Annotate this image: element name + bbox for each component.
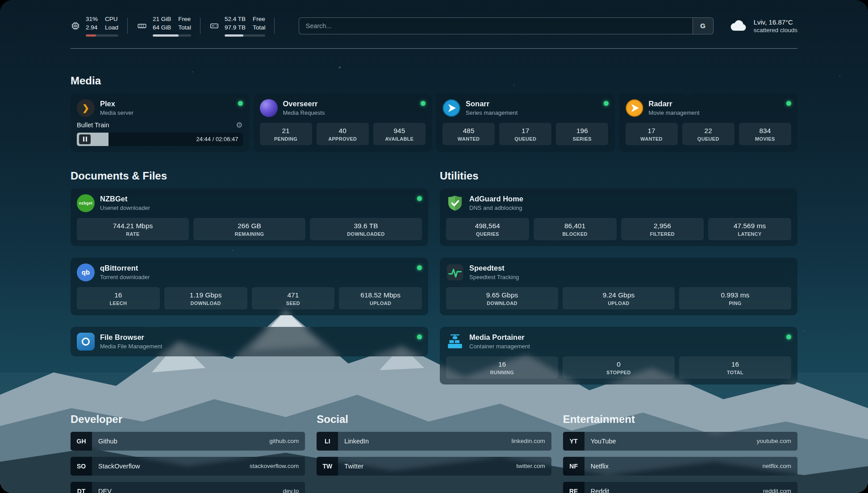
bookmark-url: dev.to — [283, 488, 299, 493]
nzbget-card[interactable]: nzbget NZBGet Usenet downloader 744.21 M… — [71, 188, 428, 246]
app-name: Media Portainer — [469, 333, 781, 342]
section-title-documents: Documents & Files — [71, 170, 428, 182]
bookmark-url: twitter.com — [516, 463, 545, 469]
disk-label-1: Free — [253, 15, 266, 24]
cpu-icon — [71, 21, 80, 31]
filebrowser-status-dot — [417, 334, 422, 339]
portainer-card[interactable]: Media Portainer Container management 16R… — [440, 327, 797, 384]
portainer-status-dot — [786, 334, 791, 339]
stat-box: 498,564QUERIES — [446, 218, 529, 240]
filebrowser-card[interactable]: File Browser Media File Management — [71, 327, 428, 356]
app-subtitle: Container management — [469, 343, 781, 350]
disk-usage-bar — [225, 34, 266, 37]
app-name: AdGuard Home — [469, 195, 791, 203]
overseerr-card[interactable]: Overseerr Media Requests 21PENDING 40APP… — [254, 93, 432, 152]
plex-card[interactable]: ❯ Plex Media server Bullet Train ⚙ 24:44… — [71, 93, 249, 152]
qbittorrent-icon-text: qb — [82, 268, 90, 276]
app-name: NZBGet — [100, 195, 412, 203]
ram-metric: 21 GiB 64 GiB Free Total — [137, 15, 191, 37]
nzbget-icon-text: nzbget — [79, 201, 92, 205]
stat-box: 471SEED — [252, 287, 335, 309]
stat-box: 266 GBREMAINING — [193, 218, 305, 240]
bookmark-name: Github — [98, 438, 117, 445]
bookmark-abbr: RE — [563, 482, 584, 493]
bookmark-twitter[interactable]: TW Twitter twitter.com — [317, 457, 551, 476]
portainer-icon — [446, 333, 464, 351]
bookmark-youtube[interactable]: YT YouTube youtube.com — [563, 432, 797, 451]
app-subtitle: DNS and adblocking — [469, 205, 791, 211]
bookmark-abbr: DT — [71, 482, 92, 493]
cpu-load-avg: 2.94 — [86, 24, 98, 32]
gear-icon[interactable]: ⚙ — [236, 121, 242, 129]
cpu-label-1: CPU — [105, 15, 118, 24]
app-subtitle: Series management — [466, 109, 598, 116]
weather-widget[interactable]: Lviv, 16.87°C scattered clouds — [729, 17, 797, 34]
radarr-card[interactable]: Radarr Movie management 17WANTED 22QUEUE… — [619, 93, 798, 152]
stat-box: 47.569 msLATENCY — [708, 218, 791, 240]
bookmark-url: linkedin.com — [512, 438, 545, 444]
bookmark-name: StackOverflow — [98, 463, 140, 470]
cpu-percent: 31% — [86, 15, 98, 24]
bookmark-name: Netflix — [591, 463, 609, 470]
search-engine-button[interactable]: G — [693, 18, 713, 34]
speedtest-card[interactable]: Speedtest Speedtest Tracking 9.65 GbpsDO… — [440, 258, 797, 315]
speedtest-icon — [446, 263, 464, 281]
bookmark-netflix[interactable]: NF Netflix netflix.com — [563, 457, 797, 476]
bookmark-name: DEV — [98, 488, 112, 493]
qbittorrent-card[interactable]: qb qBittorrent Torrent downloader 16LEEC… — [71, 258, 428, 315]
app-name: qBittorrent — [100, 264, 412, 272]
topbar: 31% 2.94 CPU Load — [71, 15, 797, 37]
bookmark-name: YouTube — [591, 438, 616, 445]
app-name: Overseerr — [283, 100, 416, 108]
topbar-separator — [274, 18, 275, 34]
topbar-separator — [200, 18, 200, 34]
app-subtitle: Speedtest Tracking — [469, 274, 791, 280]
nzbget-status-dot — [417, 196, 422, 201]
plex-status-dot — [238, 101, 243, 106]
bookmark-stackoverflow[interactable]: SO StackOverflow stackoverflow.com — [71, 457, 305, 476]
bookmark-abbr: TW — [317, 457, 338, 476]
sonarr-card[interactable]: Sonarr Series management 485WANTED 17QUE… — [436, 93, 615, 152]
app-subtitle: Torrent downloader — [100, 274, 412, 280]
weather-condition: scattered clouds — [754, 27, 797, 33]
app-name: Speedtest — [469, 264, 791, 272]
search-input[interactable] — [299, 18, 692, 34]
app-subtitle: Media server — [100, 109, 233, 116]
plex-icon: ❯ — [77, 99, 95, 117]
bookmark-reddit[interactable]: RE Reddit reddit.com — [563, 482, 797, 493]
disk-icon — [209, 21, 219, 31]
playback-progress[interactable]: 24:44 / 02:06:47 — [77, 133, 243, 146]
app-subtitle: Movie management — [649, 109, 781, 116]
stat-box: 196SERIES — [556, 123, 608, 145]
stat-box: 485WANTED — [442, 123, 495, 145]
adguard-card[interactable]: AdGuard Home DNS and adblocking 498,564Q… — [440, 188, 797, 246]
sonarr-icon — [442, 99, 460, 117]
stat-box: 21PENDING — [260, 123, 312, 145]
dashboard-screen: 31% 2.94 CPU Load — [0, 0, 868, 493]
bookmark-group-entertainment: Entertainment YT YouTube youtube.com NF … — [563, 413, 797, 493]
bookmark-github[interactable]: GH Github github.com — [71, 432, 305, 451]
sonarr-status-dot — [604, 101, 609, 106]
bookmark-linkedin[interactable]: LI LinkedIn linkedin.com — [317, 432, 551, 451]
section-title-entertainment: Entertainment — [563, 413, 797, 426]
ram-icon — [137, 21, 147, 31]
bookmark-group-developer: Developer GH Github github.com SO StackO… — [71, 413, 305, 493]
search-bar: G — [299, 17, 713, 34]
stat-box: 40APPROVED — [317, 123, 369, 145]
stat-box: 39.6 TBDOWNLOADED — [310, 218, 422, 240]
stat-box: 16RUNNING — [446, 356, 558, 379]
overseerr-status-dot — [421, 101, 426, 106]
disk-total: 97.9 TB — [225, 24, 246, 32]
pause-button[interactable] — [79, 134, 91, 144]
app-name: Plex — [100, 100, 233, 108]
bookmark-url: github.com — [269, 438, 299, 444]
stat-box: 1.19 GbpsDOWNLOAD — [164, 287, 247, 309]
section-title-developer: Developer — [71, 413, 305, 426]
stat-box: 9.65 GbpsDOWNLOAD — [446, 287, 558, 309]
bookmark-dev[interactable]: DT DEV dev.to — [71, 482, 305, 493]
playback-time: 24:44 / 02:06:47 — [196, 136, 243, 142]
stat-box: 17WANTED — [626, 123, 678, 145]
topbar-separator — [127, 18, 128, 34]
bookmark-abbr: LI — [317, 432, 338, 451]
disk-free: 52.4 TB — [225, 15, 246, 24]
